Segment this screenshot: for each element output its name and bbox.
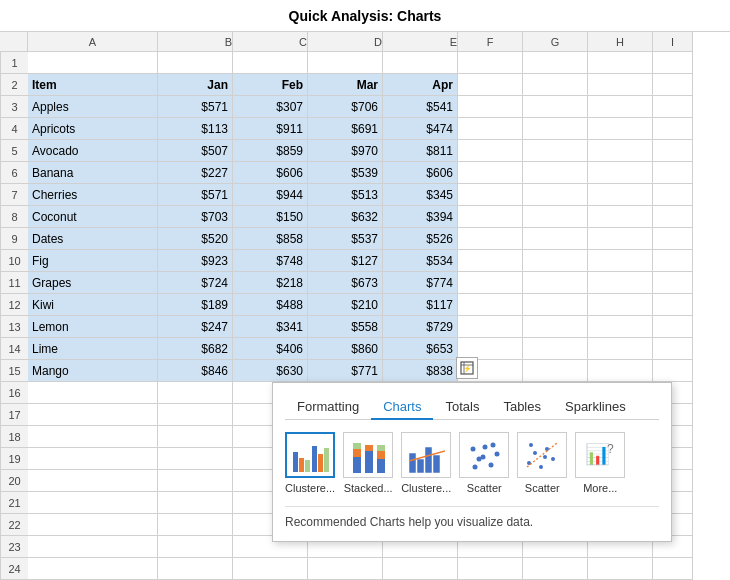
r5-g[interactable] [523,140,588,162]
r3-item[interactable]: Apples [28,96,158,118]
r7-feb[interactable]: $944 [233,184,308,206]
r8-mar[interactable]: $632 [308,206,383,228]
r13-apr[interactable]: $729 [383,316,458,338]
r5-h[interactable] [588,140,653,162]
r15-i[interactable] [653,360,693,382]
r4-h[interactable] [588,118,653,140]
r3-mar[interactable]: $706 [308,96,383,118]
r15-jan[interactable]: $846 [158,360,233,382]
r7-apr[interactable]: $345 [383,184,458,206]
r13-feb[interactable]: $341 [233,316,308,338]
r1-e[interactable] [383,52,458,74]
r10-mar[interactable]: $127 [308,250,383,272]
r23-b[interactable] [158,536,233,558]
r17-b[interactable] [158,404,233,426]
r4-mar[interactable]: $691 [308,118,383,140]
r24-e[interactable] [383,558,458,580]
r24-a[interactable] [28,558,158,580]
r18-a[interactable] [28,426,158,448]
r9-apr[interactable]: $526 [383,228,458,250]
r2-i[interactable] [653,74,693,96]
chart-option-1[interactable]: Stacked... [343,432,393,494]
r23-a[interactable] [28,536,158,558]
r9-f[interactable] [458,228,523,250]
r5-feb[interactable]: $859 [233,140,308,162]
r6-mar[interactable]: $539 [308,162,383,184]
r14-i[interactable] [653,338,693,360]
chart-option-2[interactable]: Clustere... [401,432,451,494]
r6-apr[interactable]: $606 [383,162,458,184]
r19-a[interactable] [28,448,158,470]
r13-mar[interactable]: $558 [308,316,383,338]
r5-item[interactable]: Avocado [28,140,158,162]
r15-item[interactable]: Mango [28,360,158,382]
r9-h[interactable] [588,228,653,250]
r16-b[interactable] [158,382,233,404]
r9-mar[interactable]: $537 [308,228,383,250]
r1-a[interactable] [28,52,158,74]
r22-a[interactable] [28,514,158,536]
r6-f[interactable] [458,162,523,184]
r24-b[interactable] [158,558,233,580]
r12-g[interactable] [523,294,588,316]
r8-feb[interactable]: $150 [233,206,308,228]
r1-i[interactable] [653,52,693,74]
r21-b[interactable] [158,492,233,514]
r14-mar[interactable]: $860 [308,338,383,360]
r1-d[interactable] [308,52,383,74]
r24-h[interactable] [588,558,653,580]
r15-g[interactable] [523,360,588,382]
r10-g[interactable] [523,250,588,272]
r5-apr[interactable]: $811 [383,140,458,162]
r8-g[interactable] [523,206,588,228]
r8-item[interactable]: Coconut [28,206,158,228]
r2-g[interactable] [523,74,588,96]
r24-c[interactable] [233,558,308,580]
r14-item[interactable]: Lime [28,338,158,360]
r11-f[interactable] [458,272,523,294]
r1-g[interactable] [523,52,588,74]
r4-item[interactable]: Apricots [28,118,158,140]
r3-feb[interactable]: $307 [233,96,308,118]
r19-b[interactable] [158,448,233,470]
r6-jan[interactable]: $227 [158,162,233,184]
r4-g[interactable] [523,118,588,140]
header-feb[interactable]: Feb [233,74,308,96]
r8-i[interactable] [653,206,693,228]
r3-jan[interactable]: $571 [158,96,233,118]
r2-f[interactable] [458,74,523,96]
chart-option-5[interactable]: 📊 ? More... [575,432,625,494]
qa-tab-tables[interactable]: Tables [491,395,553,420]
r2-h[interactable] [588,74,653,96]
r1-c[interactable] [233,52,308,74]
r4-apr[interactable]: $474 [383,118,458,140]
r7-i[interactable] [653,184,693,206]
r10-i[interactable] [653,250,693,272]
r7-jan[interactable]: $571 [158,184,233,206]
r13-jan[interactable]: $247 [158,316,233,338]
r14-jan[interactable]: $682 [158,338,233,360]
r15-mar[interactable]: $771 [308,360,383,382]
r10-item[interactable]: Fig [28,250,158,272]
r1-f[interactable] [458,52,523,74]
r17-a[interactable] [28,404,158,426]
r7-h[interactable] [588,184,653,206]
r5-mar[interactable]: $970 [308,140,383,162]
r11-item[interactable]: Grapes [28,272,158,294]
r6-h[interactable] [588,162,653,184]
qa-tab-sparklines[interactable]: Sparklines [553,395,638,420]
r11-g[interactable] [523,272,588,294]
r4-jan[interactable]: $113 [158,118,233,140]
r14-apr[interactable]: $653 [383,338,458,360]
r5-f[interactable] [458,140,523,162]
r14-feb[interactable]: $406 [233,338,308,360]
r9-feb[interactable]: $858 [233,228,308,250]
r10-feb[interactable]: $748 [233,250,308,272]
r8-h[interactable] [588,206,653,228]
r11-jan[interactable]: $724 [158,272,233,294]
r12-jan[interactable]: $189 [158,294,233,316]
qa-tab-totals[interactable]: Totals [433,395,491,420]
r12-mar[interactable]: $210 [308,294,383,316]
r13-h[interactable] [588,316,653,338]
r10-h[interactable] [588,250,653,272]
